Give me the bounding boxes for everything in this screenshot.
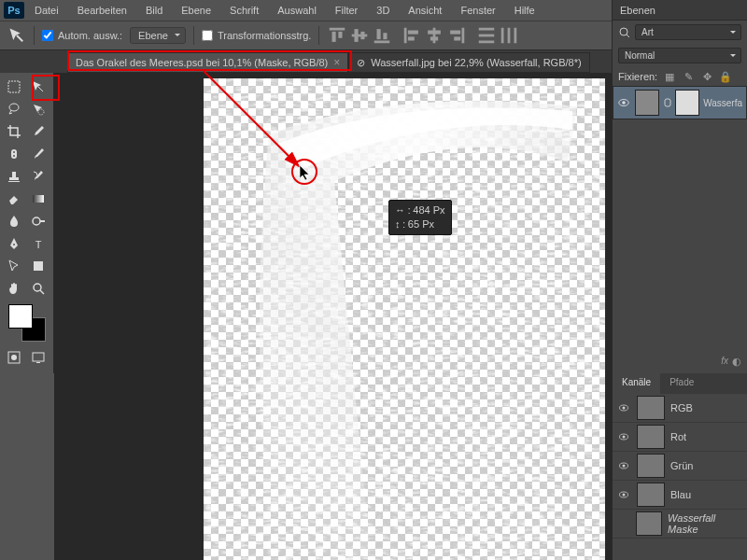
lock-transparency-icon[interactable]: ▦ <box>663 70 676 83</box>
svg-rect-30 <box>12 172 16 177</box>
screenmode-icon[interactable] <box>27 347 49 368</box>
menu-type[interactable]: Schrift <box>221 2 267 19</box>
transform-controls-checkbox[interactable]: Transformationsstrg. <box>202 30 311 41</box>
layers-footer: fx ◐ <box>721 356 741 368</box>
svg-point-45 <box>620 28 627 35</box>
lasso-tool-icon[interactable] <box>3 99 25 119</box>
menu-file[interactable]: Datei <box>26 2 67 19</box>
layers-panel-tab[interactable]: Ebenen <box>613 0 747 21</box>
channels-panel: Kanäle Pfade RGB Rot Grün Blau Wasserfal… <box>613 373 747 560</box>
layer-thumbnail[interactable] <box>635 90 659 116</box>
channels-tab[interactable]: Kanäle <box>613 373 660 394</box>
channel-name: Wasserfall Maske <box>668 512 743 535</box>
visibility-icon[interactable] <box>617 95 631 110</box>
menu-3d[interactable]: 3D <box>368 2 398 19</box>
svg-rect-31 <box>9 177 19 180</box>
svg-point-50 <box>623 407 626 410</box>
align-right-icon[interactable] <box>446 26 467 45</box>
app-logo: Ps <box>4 2 24 19</box>
eraser-tool-icon[interactable] <box>3 189 25 209</box>
lock-position-icon[interactable]: ✥ <box>700 70 713 83</box>
tooltip-width: 484 Px <box>413 204 444 216</box>
visibility-icon[interactable] <box>616 429 631 444</box>
quickmask-icon[interactable] <box>3 347 25 368</box>
history-brush-tool-icon[interactable] <box>27 166 49 187</box>
blend-mode-select[interactable]: Normal <box>618 48 741 63</box>
svg-point-26 <box>38 109 44 115</box>
foreground-color-swatch[interactable] <box>8 304 33 329</box>
align-top-icon[interactable] <box>327 26 347 45</box>
channel-row[interactable]: RGB <box>613 394 747 423</box>
svg-rect-19 <box>479 35 495 37</box>
marquee-tool-icon[interactable] <box>3 77 25 97</box>
mask-icon[interactable]: ◐ <box>732 356 741 368</box>
menu-help[interactable]: Hilfe <box>506 2 543 19</box>
separator <box>318 26 319 45</box>
shape-tool-icon[interactable] <box>27 256 49 276</box>
crop-tool-icon[interactable] <box>3 121 25 142</box>
move-tool-icon[interactable] <box>27 77 49 97</box>
svg-rect-48 <box>665 99 670 106</box>
align-buttons <box>327 26 519 45</box>
paths-tab[interactable]: Pfade <box>660 373 703 394</box>
menu-layer[interactable]: Ebene <box>173 2 219 19</box>
menu-window[interactable]: Fenster <box>452 2 503 19</box>
channel-row[interactable]: Grün <box>613 452 747 481</box>
layer-row[interactable]: Wasserfa <box>613 86 747 119</box>
type-tool-icon[interactable]: T <box>27 233 49 254</box>
align-bottom-icon[interactable] <box>372 26 392 45</box>
color-swatches[interactable] <box>8 304 46 342</box>
visibility-icon[interactable] <box>616 516 630 531</box>
align-vcenter-icon[interactable] <box>349 26 370 45</box>
dodge-tool-icon[interactable] <box>27 211 49 231</box>
distribute-icon[interactable] <box>499 26 519 45</box>
channel-row[interactable]: Wasserfall Maske <box>613 510 747 539</box>
lock-label: Fixieren: <box>618 71 657 82</box>
distribute-icon[interactable] <box>476 26 497 45</box>
tooltip-height: 65 Px <box>408 218 434 230</box>
transform-controls-label: Transformationsstrg. <box>218 30 311 41</box>
auto-select-input[interactable] <box>42 30 53 41</box>
canvas-area[interactable]: ↔ : 484 Px ↕ : 65 Px <box>54 73 612 560</box>
visibility-icon[interactable] <box>616 487 631 502</box>
brush-tool-icon[interactable] <box>27 144 49 164</box>
menu-view[interactable]: Ansicht <box>400 2 450 19</box>
align-hcenter-icon[interactable] <box>424 26 444 45</box>
menu-image[interactable]: Bild <box>137 2 171 19</box>
auto-select-checkbox[interactable]: Autom. ausw.: <box>42 30 122 41</box>
tooltip-height-icon: ↕ <box>395 218 401 230</box>
lock-all-icon[interactable]: 🔒 <box>719 70 732 83</box>
svg-point-25 <box>9 104 19 111</box>
blur-tool-icon[interactable] <box>3 211 25 231</box>
lock-pixels-icon[interactable]: ✎ <box>682 70 695 83</box>
fx-icon[interactable]: fx <box>721 356 728 368</box>
pen-tool-icon[interactable] <box>3 233 25 254</box>
layer-mask-thumbnail[interactable] <box>675 90 699 116</box>
menu-select[interactable]: Auswahl <box>269 2 325 19</box>
svg-rect-14 <box>430 36 438 40</box>
document-tab[interactable]: ⊘ Wasserfall.jpg bei 22,9% (Wasserfall, … <box>348 52 589 73</box>
layer-group-select[interactable]: Ebene <box>130 27 186 44</box>
transform-controls-input[interactable] <box>202 30 213 41</box>
svg-rect-20 <box>479 41 495 44</box>
zoom-tool-icon[interactable] <box>27 278 49 299</box>
path-select-tool-icon[interactable] <box>3 256 25 276</box>
channel-row[interactable]: Rot <box>613 423 747 452</box>
gradient-tool-icon[interactable] <box>27 189 49 209</box>
eyedropper-tool-icon[interactable] <box>27 121 49 142</box>
hand-tool-icon[interactable] <box>3 278 25 299</box>
menu-filter[interactable]: Filter <box>327 2 366 19</box>
close-tab-icon[interactable]: × <box>333 56 340 69</box>
tooltip-width-icon: ↔ <box>395 204 405 216</box>
visibility-icon[interactable] <box>616 400 631 415</box>
visibility-icon[interactable] <box>616 458 631 473</box>
layer-filter-select[interactable]: Art <box>635 24 741 40</box>
quick-select-tool-icon[interactable] <box>27 99 49 119</box>
document-tab-active[interactable]: Das Orakel des Meeres.psd bei 10,1% (Mas… <box>67 52 348 73</box>
healing-tool-icon[interactable] <box>3 144 25 164</box>
channel-row[interactable]: Blau <box>613 481 747 510</box>
align-left-icon[interactable] <box>402 26 422 45</box>
svg-rect-17 <box>455 36 461 40</box>
stamp-tool-icon[interactable] <box>3 166 25 187</box>
menu-edit[interactable]: Bearbeiten <box>69 2 135 19</box>
